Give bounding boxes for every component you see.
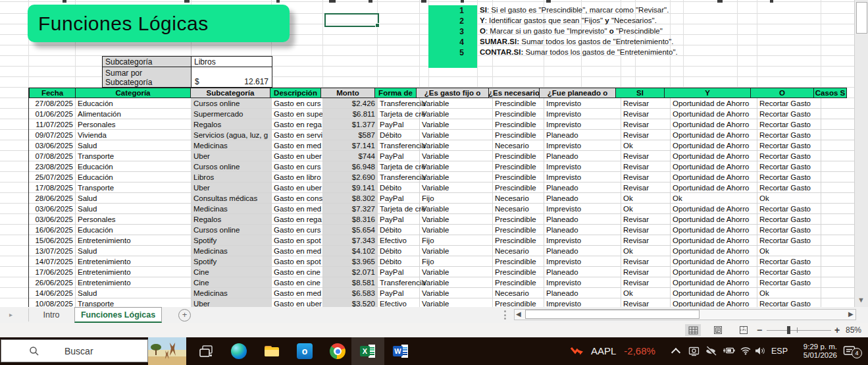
tray-expand-chevron-icon[interactable] (671, 348, 680, 357)
table-cell[interactable]: 14/06/2025 (29, 288, 76, 298)
column-header[interactable]: ¿Fue planeado o (539, 88, 616, 98)
table-cell[interactable]: Gasto en med (272, 288, 323, 298)
lookup-value-sumar[interactable]: $ 12.617 (191, 67, 272, 88)
table-cell[interactable]: $6.948 (323, 161, 378, 172)
table-cell[interactable]: Medicinas (191, 204, 272, 214)
table-cell[interactable]: Imprevisto (544, 256, 621, 267)
selected-cell[interactable] (324, 13, 379, 27)
table-cell[interactable] (821, 256, 855, 267)
zoom-slider-track[interactable] (767, 330, 831, 331)
table-cell[interactable]: Variable (420, 288, 493, 298)
table-cell[interactable]: Oportunidad de Ahorro (671, 130, 757, 140)
table-cell[interactable]: Variable (420, 267, 493, 277)
table-cell[interactable]: Planeado (544, 182, 621, 193)
table-cell[interactable]: Oportunidad de Ahorro (671, 256, 757, 267)
table-cell[interactable]: 14/07/2025 (29, 256, 76, 267)
table-cell[interactable] (821, 151, 855, 161)
table-cell[interactable]: Gasto en curs (272, 161, 323, 172)
table-cell[interactable]: Revisar (621, 182, 671, 193)
table-cell[interactable] (821, 130, 855, 140)
table-cell[interactable]: Prescindible (493, 151, 544, 161)
table-cell[interactable]: Imprevisto (544, 109, 621, 119)
table-cell[interactable]: Ok (621, 288, 671, 298)
table-cell[interactable]: Salud (76, 204, 191, 214)
table-cell[interactable] (821, 204, 855, 214)
table-cell[interactable]: Oportunidad de Ahorro (671, 235, 757, 246)
table-cell[interactable]: Cine (191, 267, 272, 277)
table-cell[interactable]: $5.654 (323, 225, 378, 235)
table-cell[interactable]: Revisar (621, 256, 671, 267)
table-cell[interactable]: Gasto en uber (272, 151, 323, 161)
table-cell[interactable]: Fijo (420, 235, 493, 246)
table-cell[interactable]: $6.811 (323, 109, 378, 119)
table-cell[interactable]: Oportunidad de Ahorro (671, 161, 757, 172)
table-cell[interactable]: Tarjeta de cré (378, 109, 420, 119)
table-cell[interactable]: $3.965 (323, 256, 378, 267)
table-cell[interactable]: Ok (671, 193, 757, 204)
column-header[interactable]: Subcategoría (190, 88, 270, 98)
column-header[interactable]: Categoría (75, 88, 191, 98)
table-cell[interactable]: PayPal (378, 288, 420, 298)
table-cell[interactable]: Recortar Gasto (757, 151, 821, 161)
excel-icon[interactable]: X (360, 343, 376, 359)
table-cell[interactable]: Planeado (544, 225, 621, 235)
table-cell[interactable]: Variable (420, 130, 493, 140)
table-cell[interactable] (821, 109, 855, 119)
table-cell[interactable]: Gasto en med (272, 246, 323, 256)
table-cell[interactable]: Recortar Gasto (757, 182, 821, 193)
table-cell[interactable]: $3.520 (323, 298, 378, 307)
column-header[interactable]: SI (615, 88, 665, 98)
table-cell[interactable]: Supermercado (191, 109, 272, 119)
table-cell[interactable]: Planeado (544, 151, 621, 161)
news-widget-thumbnail[interactable] (148, 337, 186, 365)
table-cell[interactable]: 10/08/2025 (29, 298, 76, 307)
table-cell[interactable]: PayPal (378, 119, 420, 130)
table-cell[interactable] (821, 193, 855, 204)
language-indicator[interactable]: ESP (771, 347, 788, 356)
table-cell[interactable]: Transferencia (378, 172, 420, 182)
table-cell[interactable]: Oportunidad de Ahorro (671, 267, 757, 277)
table-cell[interactable]: Recortar Gasto (757, 267, 821, 277)
table-cell[interactable]: Imprevisto (544, 161, 621, 172)
table-cell[interactable]: Fijo (420, 256, 493, 267)
normal-view-button[interactable] (685, 324, 701, 336)
table-cell[interactable]: 01/06/2025 (29, 109, 76, 119)
table-cell[interactable]: Oportunidad de Ahorro (671, 225, 757, 235)
table-cell[interactable]: Planeado (544, 288, 621, 298)
table-cell[interactable]: Oportunidad de Ahorro (671, 298, 757, 307)
table-cell[interactable]: 17/06/2025 (29, 267, 76, 277)
table-cell[interactable]: Prescindible (493, 277, 544, 288)
table-cell[interactable]: Regalos (191, 214, 272, 225)
table-cell[interactable]: Educación (76, 98, 191, 109)
search-box[interactable]: Buscar (1, 339, 148, 362)
table-cell[interactable] (821, 214, 855, 225)
table-cell[interactable]: 25/07/2025 (29, 172, 76, 182)
table-cell[interactable]: Gasto en supe (272, 109, 323, 119)
table-cell[interactable]: Entretenimiento (76, 277, 191, 288)
table-cell[interactable]: Alimentación (76, 109, 191, 119)
table-cell[interactable]: $8.581 (323, 277, 378, 288)
table-cell[interactable]: Imprevisto (544, 119, 621, 130)
table-cell[interactable]: Prescindible (493, 161, 544, 172)
table-cell[interactable]: Transferencia (378, 277, 420, 288)
table-cell[interactable]: 09/07/2025 (29, 130, 76, 140)
table-cell[interactable]: Recortar Gasto (757, 98, 821, 109)
table-cell[interactable] (821, 182, 855, 193)
column-header[interactable]: Forma de (374, 88, 417, 98)
lookup-label-subcategoria[interactable]: Subcategoría (102, 56, 191, 67)
table-cell[interactable]: Planeado (544, 267, 621, 277)
column-header[interactable]: ¿Es necesario (488, 88, 540, 98)
table-cell[interactable]: Educación (76, 161, 191, 172)
table-cell[interactable]: $6.583 (323, 288, 378, 298)
sheet-tab-funciones-logicas[interactable]: Funciones Lógicas (74, 307, 162, 323)
table-cell[interactable] (821, 267, 855, 277)
table-cell[interactable]: Libros (191, 172, 272, 182)
table-cell[interactable]: Salud (76, 246, 191, 256)
speaker-icon[interactable] (754, 346, 767, 358)
table-cell[interactable]: Variable (420, 214, 493, 225)
page-break-view-button[interactable] (736, 324, 752, 336)
table-cell[interactable]: Transporte (76, 182, 191, 193)
wifi-icon[interactable] (740, 346, 752, 358)
table-cell[interactable]: Uber (191, 182, 272, 193)
table-cell[interactable]: Ok (757, 193, 821, 204)
